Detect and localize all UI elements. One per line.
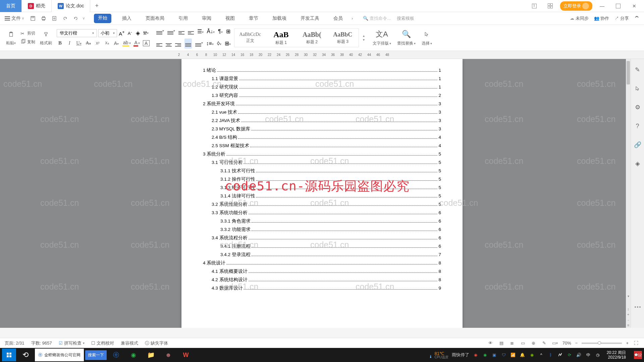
vertical-scrollbar[interactable]: ▾ ↕+-≡ [626,59,631,328]
qa-customize-icon[interactable]: v [83,16,85,20]
tray-shield-icon[interactable]: 🛡 [501,352,507,358]
ruler[interactable]: 2468101214161820222426283032343638404244… [0,51,644,59]
search-input[interactable]: 查找命令... [370,15,391,21]
asian-layout-button[interactable]: ☰▾ [197,28,204,35]
app-brown-icon[interactable]: ☻ [160,349,176,361]
tab-document[interactable]: W论文.doc [52,0,90,12]
toc-line[interactable]: 3.4.2 登录流程7 [203,252,441,258]
toc-line[interactable]: 3.4 系统流程分析6 [203,235,441,241]
style-preview[interactable]: AaBb(标题 2 [297,30,327,46]
pencil-tool-icon[interactable]: ✎ [634,66,642,74]
toc-line[interactable]: 2 系统开发环境3 [203,101,441,107]
bullets-button[interactable]: ▾ [156,27,164,36]
start-button[interactable] [2,349,16,361]
wps-icon[interactable]: W [178,349,194,361]
taskbar-clock[interactable]: 20:22 周日 2022/9/18 [604,350,629,360]
numbering-button[interactable]: ▾ [167,27,175,36]
shading-button[interactable]: ◊▾ [217,41,221,47]
line-spacing-button[interactable]: ↕≡▾ [206,41,214,47]
scroll-prev-page-icon[interactable]: ↕ [627,307,629,311]
subscript-button[interactable]: X₂ [104,41,110,45]
minimize-button[interactable]: — [596,1,608,11]
style-scroll[interactable]: ▴▾ [363,34,365,42]
web-view-icon[interactable]: ⊕ [530,340,537,347]
proof-check[interactable]: ☐文档校对 [91,340,114,346]
toc-line[interactable]: 4.1 系统概要设计8 [203,268,441,275]
read-view-icon[interactable]: ▭ [520,340,526,347]
login-button[interactable]: 立即登录 [560,1,592,11]
ribbon-scroll-right-icon[interactable]: › [352,16,353,21]
paragraph-marks-button[interactable]: ¶▾ [218,28,223,35]
align-center-button[interactable] [166,39,172,48]
scroll-next-page-icon[interactable]: ≡ [627,323,629,327]
bell-icon[interactable]: 🔔 [520,352,526,358]
help-icon[interactable]: ? [634,122,642,130]
ribbon-tab-7[interactable]: 加载项 [269,14,290,23]
view-numeric-icon[interactable]: 1 [528,1,541,11]
cpu-temp-widget[interactable]: 🌡 81℃ CPU温度 [429,351,448,359]
tab-doke[interactable]: D稻壳 [22,0,52,12]
save-icon[interactable] [29,15,37,22]
format-brush-group[interactable]: 格式刷 [39,29,53,46]
align-justify-button[interactable] [184,39,192,49]
outline-view-icon[interactable]: ≣ [509,340,516,347]
styles-gallery[interactable]: AaBbCcDc正文AaB标题 1AaBb(标题 2AaBbC标题 3 [234,28,359,47]
toc-line[interactable]: 2.1 vue 技术3 [203,109,441,115]
superscript-button[interactable]: X² [94,41,101,45]
ribbon-tab-6[interactable]: 章节 [246,14,262,23]
align-left-button[interactable] [156,39,162,48]
wechat-icon[interactable]: ◉ [125,349,142,361]
italic-button[interactable]: I [66,41,73,46]
ribbon-tab-4[interactable]: 审阅 [199,14,215,23]
file-menu[interactable]: 文件 v [5,15,24,21]
toc-line[interactable]: 1.2 研究现状1 [203,84,441,90]
highlight-button[interactable]: ab▾ [122,40,131,47]
zoom-in-button[interactable]: + [626,341,629,346]
ribbon-tab-1[interactable]: 插入 [119,14,135,23]
toc-line[interactable]: 2.5 SSM 框架技术4 [203,143,441,149]
wifi-icon[interactable]: 📶 [510,352,516,358]
search-template-link[interactable]: 搜索模板 [397,15,414,21]
copilot-icon[interactable]: ⟲ [17,349,34,361]
location-icon[interactable]: ◈ [634,160,642,168]
page-view-icon[interactable]: ▤ [498,340,505,347]
paste-group[interactable]: 粘贴▾ [5,29,17,46]
border-button[interactable]: ⊞▾ [225,40,231,47]
close-button[interactable]: ✕ [628,1,641,11]
spell-check[interactable]: ☑拼写检查▾ [59,340,85,346]
weather-widget[interactable]: 雨快停了 [452,352,469,358]
toc-line[interactable]: 1 绪论1 [203,67,441,73]
fullscreen-icon[interactable]: ⛶ [633,340,639,347]
align-right-button[interactable] [175,39,181,48]
word-count[interactable]: 字数: 9657 [31,340,52,346]
select-button[interactable]: 选择▾ [422,29,432,46]
tab-add[interactable]: + [90,2,103,9]
toc-line[interactable]: 3.2 系统性能分析5 [203,201,441,207]
link-chain-icon[interactable]: 🔗 [634,141,642,149]
toc-line[interactable]: 4.2 系统结构设计8 [203,277,441,283]
clear-format-icon[interactable]: ◈ [135,30,141,36]
toc-line[interactable]: 3.4.1 注册流程6 [203,243,441,249]
cursor-tool-icon[interactable] [634,84,642,93]
nvidia-icon[interactable]: ◉ [529,352,535,358]
toc-line[interactable]: 4 系统设计8 [203,260,441,266]
indent-button[interactable] [188,27,194,36]
sort-button[interactable]: Â↓▾ [207,28,215,35]
char-border-button[interactable]: A [143,40,150,46]
share-button[interactable]: ↗ 分享 [614,15,629,21]
bold-button[interactable]: B [57,40,63,46]
font-name-select[interactable]: 华文行楷▾ [57,29,97,37]
missing-font[interactable]: ⓘ缺失字体 [145,340,168,346]
ribbon-tab-9[interactable]: 会员 [330,14,346,23]
char-effect-button[interactable]: A▾ [113,41,120,46]
battery-icon[interactable]: 🗲 [557,352,563,358]
font-color-button[interactable]: A▾ [133,40,140,47]
notification-badge[interactable]: 💬12 [634,351,642,359]
bluetooth-icon[interactable]: ᛒ [548,352,554,358]
style-preview[interactable]: AaBbC标题 3 [328,31,358,45]
sync-tray-icon[interactable]: ⟳ [567,352,573,358]
ribbon-tab-8[interactable]: 开发工具 [297,14,323,23]
toc-line[interactable]: 3.1.1 技术可行性5 [203,168,441,174]
toc-line[interactable]: 1.3 研究内容2 [203,93,441,99]
underline-button[interactable]: U▾ [75,41,82,46]
